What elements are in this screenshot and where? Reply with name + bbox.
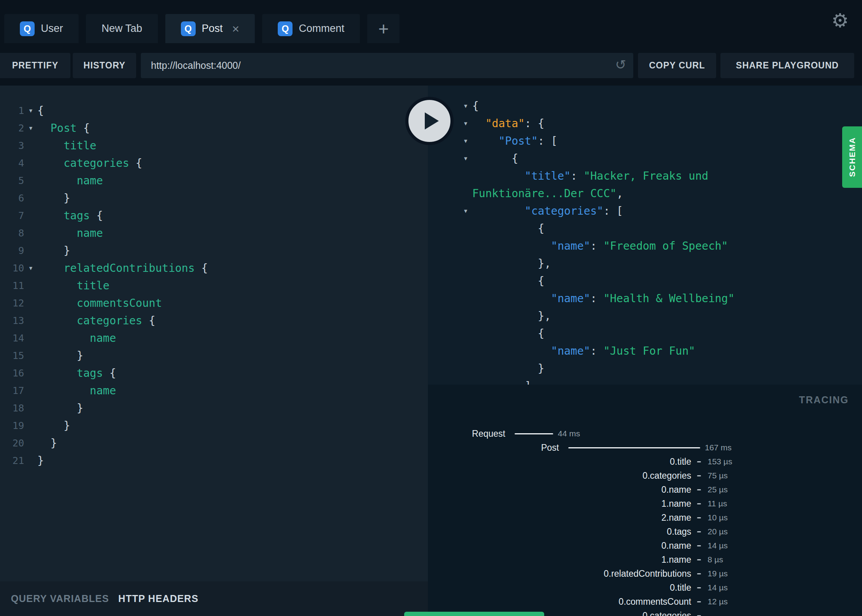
query-badge-icon: Q	[20, 21, 35, 36]
trace-label: 1.name	[428, 555, 691, 565]
line-number: 14	[0, 329, 24, 347]
query-line: 11 title	[0, 277, 428, 294]
settings-gear-icon[interactable]: ⚙	[831, 11, 849, 30]
tab-user[interactable]: QUser	[4, 14, 79, 43]
trace-duration-bar	[568, 447, 700, 448]
trace-duration-bar	[697, 545, 701, 546]
share-playground-button[interactable]: SHARE PLAYGROUND	[720, 53, 854, 78]
query-editor[interactable]: 1▾{2▾ Post {3 title4 categories {5 name6…	[0, 102, 428, 469]
fold-gutter	[459, 360, 472, 377]
trace-duration-bar	[697, 489, 701, 490]
trace-label: 0.categories	[428, 471, 691, 481]
code-text: }	[37, 242, 70, 259]
response-line: "name": "Health & Wellbeing"	[459, 290, 862, 307]
fold-arrow-icon[interactable]: ▾	[459, 97, 472, 115]
code-text: name	[37, 224, 103, 242]
new-tab-button[interactable]: +	[367, 14, 399, 43]
line-number: 6	[0, 189, 24, 207]
code-text: Funktionäre...Der CCC",	[472, 185, 623, 202]
query-line: 9 }	[0, 242, 428, 259]
response-line: },	[459, 255, 862, 272]
fold-arrow-icon[interactable]: ▾	[24, 119, 37, 137]
line-number: 17	[0, 382, 24, 399]
response-line: ▾{	[459, 97, 862, 115]
toolbar: PRETTIFY HISTORY ↺ COPY CURL SHARE PLAYG…	[0, 53, 862, 78]
trace-duration-bar	[697, 461, 701, 462]
trace-row: 0.title14 µs	[428, 581, 862, 595]
trace-row: 2.name10 µs	[428, 511, 862, 525]
code-text: {	[472, 220, 544, 237]
response-line: {	[459, 325, 862, 342]
code-text: "title": "Hacker, Freaks und	[472, 167, 708, 185]
query-variables-toggle[interactable]: QUERY VARIABLES	[11, 593, 109, 604]
line-number: 21	[0, 452, 24, 469]
trace-label: Request	[428, 429, 505, 439]
fold-gutter	[459, 255, 472, 272]
response-line: Funktionäre...Der CCC",	[459, 185, 862, 202]
trace-label: 1.name	[428, 499, 691, 509]
trace-label: 2.name	[428, 513, 691, 523]
close-tab-icon[interactable]: ×	[232, 23, 240, 35]
fold-arrow-icon[interactable]: ▾	[459, 132, 472, 150]
query-line: 8 name	[0, 224, 428, 242]
response-line: ▾ {	[459, 150, 862, 167]
fold-gutter	[24, 312, 37, 329]
trace-row: 0.name25 µs	[428, 483, 862, 497]
code-text: "name": "Just For Fun"	[472, 342, 695, 360]
response-line: },	[459, 307, 862, 325]
trace-duration-bar	[697, 475, 701, 476]
code-text: name	[37, 172, 103, 189]
code-text: "data": {	[472, 115, 544, 132]
tab-post[interactable]: QPost×	[165, 14, 255, 43]
tab-label: New Tab	[102, 23, 142, 35]
line-number: 19	[0, 417, 24, 434]
schema-tab-label: SCHEMA	[848, 137, 857, 177]
fold-gutter	[24, 154, 37, 172]
trace-row: 0.name14 µs	[428, 539, 862, 553]
trace-duration-bar	[697, 559, 701, 560]
response-viewer: ▾{▾ "data": {▾ "Post": [▾ { "title": "Ha…	[428, 86, 862, 385]
prettify-button[interactable]: PRETTIFY	[0, 53, 70, 78]
trace-value: 153 µs	[708, 457, 732, 466]
history-button[interactable]: HISTORY	[73, 53, 136, 78]
trace-label: Post	[428, 443, 559, 453]
fold-arrow-icon[interactable]: ▾	[459, 202, 472, 220]
response-line: }	[459, 360, 862, 377]
reload-icon[interactable]: ↺	[615, 58, 627, 71]
code-text: {	[472, 97, 479, 115]
line-number: 5	[0, 172, 24, 189]
trace-label: 0.title	[428, 457, 691, 467]
copy-curl-button[interactable]: COPY CURL	[638, 53, 716, 78]
response-line: "name": "Freedom of Speech"	[459, 237, 862, 255]
line-number: 13	[0, 312, 24, 329]
fold-arrow-icon[interactable]: ▾	[24, 102, 37, 119]
endpoint-url-input[interactable]	[141, 53, 633, 78]
response-line: ▾ "categories": [	[459, 202, 862, 220]
execute-query-button[interactable]	[405, 97, 454, 145]
tab-label: Post	[202, 23, 223, 35]
trace-value: 167 ms	[705, 443, 732, 452]
http-headers-toggle[interactable]: HTTP HEADERS	[118, 593, 198, 604]
tab-new-tab[interactable]: New Tab	[86, 14, 158, 43]
code-text: }	[37, 417, 70, 434]
fold-arrow-icon[interactable]: ▾	[24, 259, 37, 277]
header: QUserNew TabQPost×QComment + ⚙ PRETTIFY …	[0, 0, 862, 86]
query-badge-icon: Q	[181, 21, 196, 36]
fold-gutter	[459, 325, 472, 342]
code-text: title	[37, 137, 96, 154]
fold-arrow-icon[interactable]: ▾	[459, 150, 472, 167]
code-text: }	[37, 399, 83, 417]
response-pane: ▾{▾ "data": {▾ "Post": [▾ { "title": "Ha…	[428, 86, 862, 616]
code-text: categories {	[37, 312, 155, 329]
tab-comment[interactable]: QComment	[262, 14, 360, 43]
query-line: 12 commentsCount	[0, 294, 428, 312]
fold-gutter	[459, 185, 472, 202]
code-text: }	[472, 360, 544, 377]
code-text: Post {	[37, 119, 90, 137]
schema-tab[interactable]: SCHEMA	[842, 126, 862, 188]
tab-label: User	[41, 23, 63, 35]
trace-value: 19 µs	[708, 569, 728, 578]
query-line: 16 tags {	[0, 364, 428, 382]
fold-arrow-icon[interactable]: ▾	[459, 115, 472, 132]
line-number: 11	[0, 277, 24, 294]
